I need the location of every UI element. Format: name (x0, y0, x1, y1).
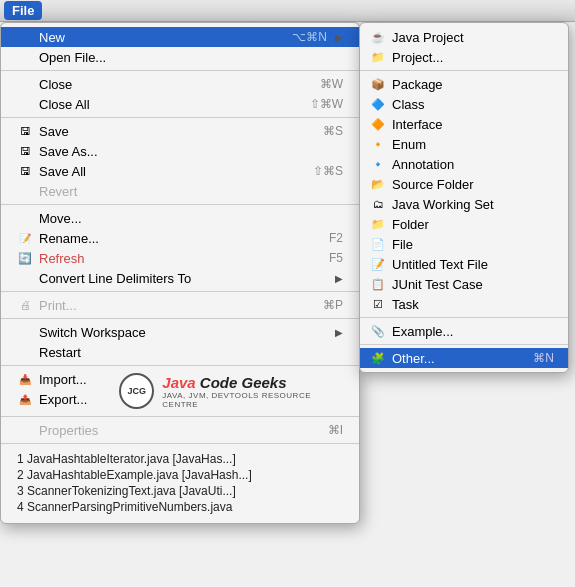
sep-recent (1, 443, 359, 444)
junit-icon: 📋 (370, 276, 386, 292)
submenu-example[interactable]: 📎 Example... (360, 321, 568, 341)
menu-item-properties[interactable]: Properties ⌘I (1, 420, 359, 440)
menu-item-save[interactable]: 🖫 Save ⌘S (1, 121, 359, 141)
sub-sep1 (360, 70, 568, 71)
rename-icon: 📝 (17, 230, 33, 246)
submenu-enum[interactable]: 🔸 Enum (360, 134, 568, 154)
source-folder-icon: 📂 (370, 176, 386, 192)
revert-icon (17, 183, 33, 199)
sep7 (1, 416, 359, 417)
print-icon: 🖨 (17, 297, 33, 313)
java-project-icon: ☕ (370, 29, 386, 45)
menu-item-revert[interactable]: Revert (1, 181, 359, 201)
logo-area: JCG Java Code Geeks JAVA, JVM, DEVTOOLS … (103, 369, 359, 413)
submenu-new: ☕ Java Project 📁 Project... 📦 Package 🔷 … (359, 22, 569, 373)
annotation-icon: 🔹 (370, 156, 386, 172)
file-menu: New ⌥⌘N ▶ Open File... Close ⌘W Close Al… (0, 22, 360, 524)
task-icon: ☑ (370, 296, 386, 312)
import-icon: 📥 (17, 371, 33, 387)
submenu-folder[interactable]: 📁 Folder (360, 214, 568, 234)
save-all-icon: 🖫 (17, 163, 33, 179)
menubar-file[interactable]: File (4, 1, 42, 20)
menu-item-rename[interactable]: 📝 Rename... F2 (1, 228, 359, 248)
save-as-icon: 🖫 (17, 143, 33, 159)
menu-item-move[interactable]: Move... (1, 208, 359, 228)
menu-item-import[interactable]: 📥 Import... (1, 369, 103, 389)
folder-icon: 📁 (370, 216, 386, 232)
close-icon (17, 76, 33, 92)
untitled-text-file-icon: 📝 (370, 256, 386, 272)
sep4 (1, 291, 359, 292)
menu-item-convert-line[interactable]: Convert Line Delimiters To ▶ (1, 268, 359, 288)
menu-item-close-all[interactable]: Close All ⇧⌘W (1, 94, 359, 114)
menubar: File (0, 0, 575, 22)
submenu-untitled-text-file[interactable]: 📝 Untitled Text File (360, 254, 568, 274)
menu-item-switch-workspace[interactable]: Switch Workspace ▶ (1, 322, 359, 342)
example-icon: 📎 (370, 323, 386, 339)
submenu-project[interactable]: 📁 Project... (360, 47, 568, 67)
sep3 (1, 204, 359, 205)
refresh-icon: 🔄 (17, 250, 33, 266)
recent-file-4[interactable]: 4 ScannerParsingPrimitiveNumbers.java (17, 499, 343, 515)
submenu-java-working-set[interactable]: 🗂 Java Working Set (360, 194, 568, 214)
sep1 (1, 70, 359, 71)
menu-item-save-all[interactable]: 🖫 Save All ⇧⌘S (1, 161, 359, 181)
export-icon: 📤 (17, 391, 33, 407)
restart-icon (17, 344, 33, 360)
submenu-task[interactable]: ☑ Task (360, 294, 568, 314)
menu-item-close[interactable]: Close ⌘W (1, 74, 359, 94)
menu-item-open-file[interactable]: Open File... (1, 47, 359, 67)
interface-icon: 🔶 (370, 116, 386, 132)
java-working-set-icon: 🗂 (370, 196, 386, 212)
project-icon: 📁 (370, 49, 386, 65)
submenu-package[interactable]: 📦 Package (360, 74, 568, 94)
new-icon (17, 29, 33, 45)
enum-icon: 🔸 (370, 136, 386, 152)
submenu-class[interactable]: 🔷 Class (360, 94, 568, 114)
file-icon: 📄 (370, 236, 386, 252)
package-icon: 📦 (370, 76, 386, 92)
submenu-interface[interactable]: 🔶 Interface (360, 114, 568, 134)
menu-item-print[interactable]: 🖨 Print... ⌘P (1, 295, 359, 315)
sub-sep3 (360, 344, 568, 345)
class-icon: 🔷 (370, 96, 386, 112)
sep6 (1, 365, 359, 366)
menu-item-export[interactable]: 📤 Export... (1, 389, 103, 409)
menu-item-refresh[interactable]: 🔄 Refresh F5 (1, 248, 359, 268)
submenu-java-project[interactable]: ☕ Java Project (360, 27, 568, 47)
recent-file-3[interactable]: 3 ScannerTokenizingText.java [JavaUti...… (17, 483, 343, 499)
close-all-icon (17, 96, 33, 112)
sep5 (1, 318, 359, 319)
recent-file-1[interactable]: 1 JavaHashtableIterator.java [JavaHas...… (17, 451, 343, 467)
other-icon: 🧩 (370, 350, 386, 366)
properties-icon (17, 422, 33, 438)
open-file-icon (17, 49, 33, 65)
submenu-junit-test-case[interactable]: 📋 JUnit Test Case (360, 274, 568, 294)
logo-circle: JCG (119, 373, 154, 409)
sub-sep2 (360, 317, 568, 318)
menu-item-save-as[interactable]: 🖫 Save As... (1, 141, 359, 161)
switch-workspace-icon (17, 324, 33, 340)
recent-file-2[interactable]: 2 JavaHashtableExample.java [JavaHash...… (17, 467, 343, 483)
submenu-file[interactable]: 📄 File (360, 234, 568, 254)
logo-text-area: Java Code Geeks JAVA, JVM, DEVTOOLS RESO… (162, 374, 343, 409)
move-icon (17, 210, 33, 226)
sep2 (1, 117, 359, 118)
menu-item-new[interactable]: New ⌥⌘N ▶ (1, 27, 359, 47)
menu-item-restart[interactable]: Restart (1, 342, 359, 362)
recent-files: 1 JavaHashtableIterator.java [JavaHas...… (1, 447, 359, 519)
import-export-section: 📥 Import... 📤 Export... (1, 369, 103, 409)
convert-line-icon (17, 270, 33, 286)
submenu-source-folder[interactable]: 📂 Source Folder (360, 174, 568, 194)
submenu-annotation[interactable]: 🔹 Annotation (360, 154, 568, 174)
import-logo-row: 📥 Import... 📤 Export... JCG Java Code Ge… (1, 369, 359, 413)
submenu-other[interactable]: 🧩 Other... ⌘N (360, 348, 568, 368)
save-icon: 🖫 (17, 123, 33, 139)
